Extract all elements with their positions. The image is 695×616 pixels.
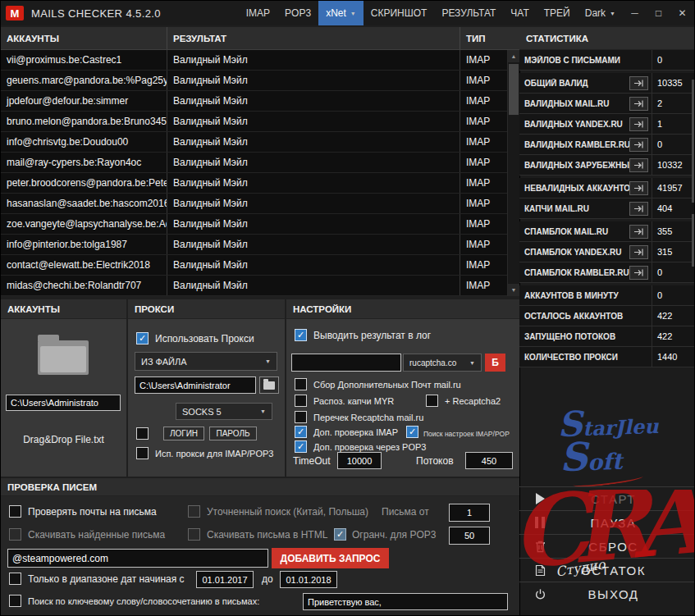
pop3-limit-input[interactable]: 50 [449, 527, 490, 545]
balance-button[interactable]: Б [485, 354, 505, 372]
menu-chat[interactable]: ЧАТ [503, 1, 536, 25]
menu-screenshot[interactable]: СКРИНШОТ [364, 1, 435, 25]
download-found-checkbox[interactable]: ✓ [9, 528, 21, 541]
use-proxy-checkbox[interactable]: ✓ [136, 332, 149, 345]
pop3-check-checkbox[interactable]: ✓ [295, 440, 307, 453]
dragdrop-label[interactable]: Drag&Drop File.txt [1, 434, 126, 445]
menu-xnet[interactable]: xNet▼ [318, 1, 364, 25]
export-button[interactable] [629, 225, 648, 239]
captcha-service-select[interactable]: rucaptcha.co▼ [403, 354, 482, 372]
table-row[interactable]: hasanaslan@saadet.be:hascom2016Валидный … [1, 194, 519, 214]
table-row[interactable]: vii@proximus.be:Castrec1Валидный МэйлIMA… [1, 50, 519, 71]
threads-input[interactable]: 450 [465, 452, 513, 469]
start-button[interactable]: СТАРТ [519, 486, 695, 510]
table-row[interactable]: bruno.melon@pandora.be:Bruno345Валидный … [1, 112, 519, 132]
check-mails-checkbox[interactable]: ✓ [9, 505, 21, 518]
export-button[interactable] [629, 158, 648, 172]
recheck-recaptcha-checkbox[interactable]: ✓ [295, 411, 307, 423]
scroll-up-icon[interactable]: ▲ [508, 50, 519, 62]
password-button[interactable]: ПАРОЛЬ [209, 427, 257, 440]
log-output-checkbox[interactable]: ✓ [295, 329, 307, 341]
date-range-checkbox[interactable]: ✓ [9, 573, 21, 585]
collect-mailru-checkbox[interactable]: ✓ [295, 378, 307, 390]
timeout-input[interactable]: 10000 [337, 452, 382, 469]
table-row[interactable]: geuens.marc@pandora.be:%Pag25yzВалидный … [1, 71, 519, 91]
exit-button[interactable]: ВЫХОД [519, 582, 695, 605]
captcha-myr-checkbox[interactable]: ✓ [295, 395, 307, 407]
minimize-button[interactable]: ─ [623, 1, 647, 25]
table-row[interactable]: info@pinterior.be:tolga1987Валидный Мэйл… [1, 235, 519, 255]
table-row[interactable]: info@chrisvtg.be:Doudou00Валидный МэйлIM… [1, 132, 519, 153]
chevron-down-icon: ▼ [265, 358, 271, 364]
keyword-search-checkbox[interactable]: ✓ [9, 595, 21, 607]
header-result[interactable]: РЕЗУЛЬТАТ [167, 27, 460, 49]
results-table-body: vii@proximus.be:Castrec1Валидный МэйлIMA… [1, 50, 519, 296]
export-button[interactable] [629, 245, 648, 259]
export-button[interactable] [629, 202, 648, 216]
header-accounts[interactable]: АККАУНТЫ [1, 27, 167, 49]
captcha-key-input[interactable] [291, 354, 401, 372]
date-from-input[interactable]: 01.01.2017 [196, 571, 254, 588]
table-row[interactable]: midas@chechi.be:Rolandtr707Валидный Мэйл… [1, 276, 519, 296]
menu-pop3[interactable]: POP3 [277, 1, 318, 25]
table-row[interactable]: contact@elewatt.be:Electrik2018Валидный … [1, 255, 519, 276]
stat-value: 1440 [652, 347, 695, 367]
table-row[interactable]: jpdefour@defour.be:simmerВалидный МэйлIM… [1, 91, 519, 112]
pause-button[interactable]: ПАУЗА [519, 510, 695, 534]
export-button[interactable] [629, 76, 648, 90]
close-button[interactable]: ✕ [670, 1, 694, 25]
proxy-auth-checkbox[interactable]: ✓ [136, 427, 149, 440]
browse-folder-button[interactable] [259, 376, 279, 394]
login-button[interactable]: ЛОГИН [163, 427, 204, 440]
stat-label: ВАЛИДНЫХ YANDEX.RU [519, 120, 629, 129]
stats-scrollbar[interactable] [692, 80, 695, 203]
imap-pop-search-checkbox[interactable]: ✓ [406, 426, 418, 438]
proxy-for-imap-checkbox[interactable]: ✓ [136, 447, 149, 459]
proxy-path-input[interactable]: C:\Users\Administrator [135, 376, 256, 394]
folder-icon[interactable] [38, 340, 89, 375]
table-row[interactable]: mail@ray-cypers.be:Rayon4ocВалидный Мэйл… [1, 153, 519, 173]
menu-result[interactable]: РЕЗУЛЬТАТ [434, 1, 503, 25]
accounts-path-input[interactable]: C:\Users\Administrato [6, 395, 121, 411]
stats-scrollbar[interactable] [692, 214, 695, 267]
pop3-limit-checkbox[interactable]: ✓ [334, 528, 346, 541]
table-row[interactable]: zoe.vangeyte@lapsychanalyse.be:AdВалидны… [1, 214, 519, 235]
imap-check-checkbox[interactable]: ✓ [295, 426, 307, 438]
refined-search-checkbox[interactable]: ✓ [188, 505, 200, 518]
export-button[interactable] [629, 117, 648, 131]
menu-xnet-label: xNet [326, 7, 346, 19]
rest-button[interactable]: ОСТАТОК [519, 558, 695, 582]
table-scrollbar[interactable]: ▲ ▼ [507, 50, 519, 296]
account-cell: mail@ray-cypers.be:Rayon4oc [1, 153, 167, 172]
download-html-label: Скачивать письма в HTML [207, 529, 327, 541]
table-row[interactable]: peter.broodcorens@pandora.be:PeteВалидны… [1, 173, 519, 194]
keyword-input[interactable]: Приветствую вас, [303, 593, 508, 610]
rest-button-label: ОСТАТОК [560, 564, 695, 577]
reset-button-label: СБРОС [560, 540, 695, 554]
menu-theme[interactable]: Dark▼ [578, 1, 623, 25]
proxy-type-select[interactable]: SOCKS 5▼ [176, 403, 272, 420]
date-to-input[interactable]: 01.01.2018 [280, 571, 337, 588]
export-button[interactable] [629, 266, 648, 280]
query-input[interactable]: @steampowered.com [7, 549, 268, 568]
result-cell: Валидный Мэйл [167, 91, 460, 111]
recaptcha2-checkbox[interactable]: ✓ [426, 395, 438, 407]
maximize-button[interactable]: □ [647, 1, 670, 25]
letters-from-input[interactable]: 1 [449, 504, 490, 522]
threads-label: Потоков [416, 455, 454, 467]
reset-button[interactable]: СБРОС [519, 534, 695, 558]
stat-value: 2 [652, 94, 695, 113]
proxy-source-select[interactable]: ИЗ ФАЙЛА▼ [135, 352, 277, 371]
header-type[interactable]: ТИП [460, 27, 507, 49]
menu-tray[interactable]: ТРЕЙ [537, 1, 578, 25]
add-query-button[interactable]: ДОБАВИТЬ ЗАПРОС [272, 548, 389, 568]
export-button[interactable] [629, 138, 648, 152]
export-button[interactable] [629, 181, 648, 195]
export-arrow-icon [633, 185, 644, 192]
download-html-checkbox[interactable]: ✓ [188, 528, 200, 541]
menu-imap[interactable]: IMAP [239, 1, 277, 25]
scrollbar-thumb[interactable] [509, 64, 519, 115]
stat-label: ОСТАЛОСЬ АККАУНТОВ [519, 312, 652, 321]
export-button[interactable] [629, 97, 648, 111]
scroll-down-icon[interactable]: ▼ [508, 284, 519, 296]
